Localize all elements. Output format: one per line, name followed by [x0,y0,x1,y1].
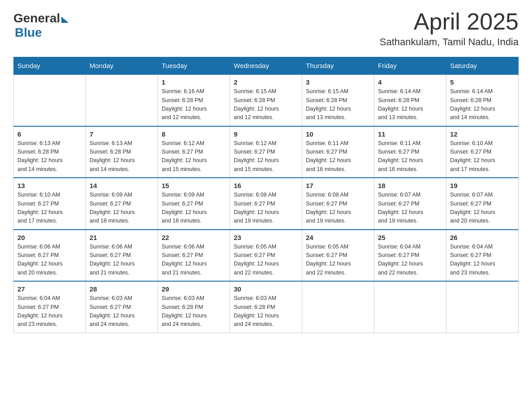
day-info: Sunrise: 6:13 AM Sunset: 6:28 PM Dayligh… [90,139,154,174]
calendar-cell: 27Sunrise: 6:04 AM Sunset: 6:27 PM Dayli… [14,281,86,333]
header-sunday: Sunday [14,57,86,75]
logo: General Blue [13,9,69,40]
calendar-cell: 12Sunrise: 6:10 AM Sunset: 6:27 PM Dayli… [446,126,519,178]
day-info: Sunrise: 6:13 AM Sunset: 6:28 PM Dayligh… [17,139,82,174]
calendar-cell: 9Sunrise: 6:12 AM Sunset: 6:27 PM Daylig… [230,126,302,178]
calendar-week-row: 27Sunrise: 6:04 AM Sunset: 6:27 PM Dayli… [14,281,519,333]
calendar-cell: 1Sunrise: 6:16 AM Sunset: 6:28 PM Daylig… [158,74,230,126]
day-info: Sunrise: 6:06 AM Sunset: 6:27 PM Dayligh… [162,243,226,278]
logo-general-text: General [13,11,60,26]
calendar-cell: 24Sunrise: 6:05 AM Sunset: 6:27 PM Dayli… [302,230,374,282]
day-info: Sunrise: 6:03 AM Sunset: 6:28 PM Dayligh… [234,294,298,329]
calendar-cell [374,281,446,333]
day-info: Sunrise: 6:07 AM Sunset: 6:27 PM Dayligh… [378,191,442,226]
day-number: 22 [162,234,226,241]
day-info: Sunrise: 6:08 AM Sunset: 6:27 PM Dayligh… [234,191,298,226]
header-thursday: Thursday [302,57,374,75]
calendar-cell: 8Sunrise: 6:12 AM Sunset: 6:27 PM Daylig… [158,126,230,178]
day-number: 9 [234,130,298,138]
calendar-cell: 21Sunrise: 6:06 AM Sunset: 6:27 PM Dayli… [86,230,158,282]
calendar-cell: 18Sunrise: 6:07 AM Sunset: 6:27 PM Dayli… [374,178,446,230]
day-number: 27 [17,285,82,293]
day-number: 15 [162,182,226,189]
day-info: Sunrise: 6:05 AM Sunset: 6:27 PM Dayligh… [306,243,370,278]
calendar-cell: 7Sunrise: 6:13 AM Sunset: 6:28 PM Daylig… [86,126,158,178]
calendar-cell: 29Sunrise: 6:03 AM Sunset: 6:28 PM Dayli… [158,281,230,333]
calendar-cell: 20Sunrise: 6:06 AM Sunset: 6:27 PM Dayli… [14,230,86,282]
logo-arrow-icon [61,17,69,23]
day-number: 16 [234,182,298,189]
header-friday: Friday [374,57,446,75]
day-info: Sunrise: 6:05 AM Sunset: 6:27 PM Dayligh… [234,243,298,278]
calendar-header-row: SundayMondayTuesdayWednesdayThursdayFrid… [14,57,519,75]
day-number: 6 [17,130,82,138]
day-number: 14 [90,182,154,189]
calendar-cell: 13Sunrise: 6:10 AM Sunset: 6:27 PM Dayli… [14,178,86,230]
day-info: Sunrise: 6:11 AM Sunset: 6:27 PM Dayligh… [378,139,442,174]
calendar-cell: 16Sunrise: 6:08 AM Sunset: 6:27 PM Dayli… [230,178,302,230]
day-number: 20 [17,234,82,241]
day-number: 12 [450,130,515,138]
calendar-cell: 5Sunrise: 6:14 AM Sunset: 6:28 PM Daylig… [446,74,519,126]
day-info: Sunrise: 6:04 AM Sunset: 6:27 PM Dayligh… [17,294,82,329]
day-info: Sunrise: 6:09 AM Sunset: 6:27 PM Dayligh… [162,191,226,226]
day-info: Sunrise: 6:03 AM Sunset: 6:27 PM Dayligh… [90,294,154,329]
day-info: Sunrise: 6:06 AM Sunset: 6:27 PM Dayligh… [17,243,82,278]
calendar-cell: 28Sunrise: 6:03 AM Sunset: 6:27 PM Dayli… [86,281,158,333]
logo-blue-text: Blue [15,26,42,40]
day-info: Sunrise: 6:12 AM Sunset: 6:27 PM Dayligh… [162,139,226,174]
calendar-week-row: 13Sunrise: 6:10 AM Sunset: 6:27 PM Dayli… [14,178,519,230]
day-info: Sunrise: 6:14 AM Sunset: 6:28 PM Dayligh… [378,87,442,122]
calendar-cell: 4Sunrise: 6:14 AM Sunset: 6:28 PM Daylig… [374,74,446,126]
calendar-table: SundayMondayTuesdayWednesdayThursdayFrid… [13,57,519,333]
calendar-cell: 17Sunrise: 6:08 AM Sunset: 6:27 PM Dayli… [302,178,374,230]
calendar-cell: 3Sunrise: 6:15 AM Sunset: 6:28 PM Daylig… [302,74,374,126]
calendar-week-row: 1Sunrise: 6:16 AM Sunset: 6:28 PM Daylig… [14,74,519,126]
calendar-week-row: 20Sunrise: 6:06 AM Sunset: 6:27 PM Dayli… [14,230,519,282]
day-info: Sunrise: 6:04 AM Sunset: 6:27 PM Dayligh… [378,243,442,278]
calendar-cell: 10Sunrise: 6:11 AM Sunset: 6:27 PM Dayli… [302,126,374,178]
day-number: 11 [378,130,442,138]
header-wednesday: Wednesday [230,57,302,75]
calendar-cell: 22Sunrise: 6:06 AM Sunset: 6:27 PM Dayli… [158,230,230,282]
day-number: 25 [378,234,442,241]
page-header: General Blue April 2025 Sathankulam, Tam… [13,9,519,48]
day-number: 28 [90,285,154,293]
calendar-cell: 19Sunrise: 6:07 AM Sunset: 6:27 PM Dayli… [446,178,519,230]
calendar-cell [14,74,86,126]
calendar-cell [446,281,519,333]
day-info: Sunrise: 6:08 AM Sunset: 6:27 PM Dayligh… [306,191,370,226]
calendar-cell: 25Sunrise: 6:04 AM Sunset: 6:27 PM Dayli… [374,230,446,282]
day-number: 24 [306,234,370,241]
day-number: 30 [234,285,298,293]
day-number: 13 [17,182,82,189]
day-info: Sunrise: 6:11 AM Sunset: 6:27 PM Dayligh… [306,139,370,174]
day-number: 21 [90,234,154,241]
day-info: Sunrise: 6:14 AM Sunset: 6:28 PM Dayligh… [450,87,515,122]
day-number: 23 [234,234,298,241]
day-info: Sunrise: 6:07 AM Sunset: 6:27 PM Dayligh… [450,191,515,226]
day-number: 10 [306,130,370,138]
calendar-cell: 30Sunrise: 6:03 AM Sunset: 6:28 PM Dayli… [230,281,302,333]
calendar-cell: 15Sunrise: 6:09 AM Sunset: 6:27 PM Dayli… [158,178,230,230]
calendar-cell [302,281,374,333]
day-number: 1 [162,78,226,86]
day-number: 29 [162,285,226,293]
day-info: Sunrise: 6:12 AM Sunset: 6:27 PM Dayligh… [234,139,298,174]
calendar-cell: 14Sunrise: 6:09 AM Sunset: 6:27 PM Dayli… [86,178,158,230]
day-info: Sunrise: 6:03 AM Sunset: 6:28 PM Dayligh… [162,294,226,329]
day-number: 26 [450,234,515,241]
day-info: Sunrise: 6:09 AM Sunset: 6:27 PM Dayligh… [90,191,154,226]
day-number: 18 [378,182,442,189]
day-number: 17 [306,182,370,189]
calendar-cell: 6Sunrise: 6:13 AM Sunset: 6:28 PM Daylig… [14,126,86,178]
location-title: Sathankulam, Tamil Nadu, India [380,36,519,48]
calendar-cell: 26Sunrise: 6:04 AM Sunset: 6:27 PM Dayli… [446,230,519,282]
day-info: Sunrise: 6:10 AM Sunset: 6:27 PM Dayligh… [17,191,82,226]
title-section: April 2025 Sathankulam, Tamil Nadu, Indi… [380,9,519,48]
day-number: 7 [90,130,154,138]
calendar-cell: 11Sunrise: 6:11 AM Sunset: 6:27 PM Dayli… [374,126,446,178]
day-number: 2 [234,78,298,86]
month-title: April 2025 [380,9,519,34]
day-number: 5 [450,78,515,86]
